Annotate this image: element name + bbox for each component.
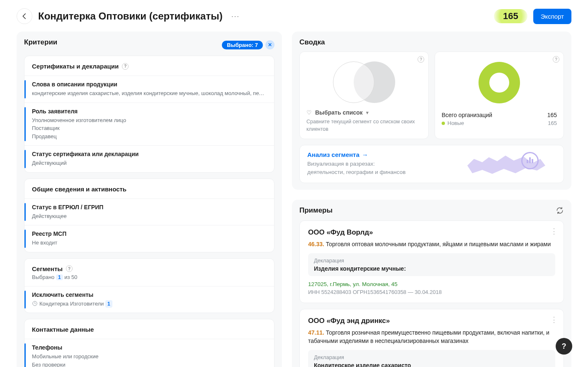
activity-text: Торговля розничная преимущественно пищев…	[308, 329, 549, 344]
help-icon[interactable]: ?	[66, 265, 73, 272]
chevron-down-icon: ▾	[366, 110, 369, 115]
criteria-value-line: Уполномоченное изготовителем лицо	[32, 116, 267, 125]
compare-description: Сравните текущий сегмент со списком свои…	[306, 118, 422, 133]
new-orgs-label: Новые	[442, 120, 464, 126]
refresh-icon	[556, 206, 564, 215]
criteria-group-contacts: Контактные данные Телефоны Мобильные или…	[24, 319, 275, 367]
card-menu-button[interactable]: ⋮	[550, 315, 558, 324]
criteria-name: Статус сертификата или декларации	[32, 151, 267, 157]
segments-sub-post: из 50	[63, 274, 78, 280]
criteria-group-segments: Сегменты ? Выбрано 1 из 50 Исключить сег…	[24, 258, 275, 313]
criteria-value-line: Поставщик	[32, 124, 267, 132]
new-label-text: Новые	[447, 120, 464, 126]
criteria-item[interactable]: Роль заявителя Уполномоченное изготовите…	[24, 103, 274, 146]
declaration-text: Кондитерское изделие сахаристо	[314, 362, 549, 367]
compare-card: ? ♡ Выбрать список ▾ Сравните текущий се…	[299, 51, 429, 139]
group-title-text: Сегменты	[32, 265, 63, 272]
criteria-value: Не входит	[32, 239, 267, 247]
group-title-text: Сертификаты и декларации	[32, 63, 119, 70]
clock-icon	[32, 301, 38, 306]
criteria-value: Действующий	[32, 159, 267, 167]
okved-code: 47.11.	[308, 329, 324, 336]
selected-count-badge: Выбрано: 7	[222, 41, 263, 49]
criteria-group-title[interactable]: Сертификаты и декларации ?	[24, 56, 274, 76]
summary-panel: Сводка ? ♡ Выбрать список ▾ Сравните тек…	[292, 32, 571, 190]
criteria-value: Уполномоченное изготовителем лицо Постав…	[32, 116, 267, 141]
declaration-box: Декларация Кондитерское изделие сахарист…	[308, 350, 555, 367]
criteria-title: Критерии	[24, 38, 57, 46]
criteria-name: Слова в описании продукции	[32, 81, 267, 88]
criteria-item[interactable]: Телефоны Мобильные или городские Без про…	[24, 339, 274, 367]
total-orgs-value: 165	[547, 112, 557, 118]
criteria-group-general: Общие сведения и активность Статус в ЕГР…	[24, 179, 275, 252]
criteria-name: Роль заявителя	[32, 108, 267, 115]
total-orgs-label: Всего организаций	[442, 112, 492, 118]
selected-chip: Выбрано: 7 ✕	[222, 40, 275, 49]
criteria-value: Мобильные или городские Без проверки	[32, 352, 267, 367]
seg-val-num: 1	[105, 300, 112, 308]
right-column: Сводка ? ♡ Выбрать список ▾ Сравните тек…	[292, 32, 571, 367]
back-button[interactable]	[17, 8, 32, 24]
criteria-value-line: Без проверки	[32, 361, 267, 367]
example-name: ООО «Фуд энд дринкс»	[308, 317, 555, 325]
segments-sub-pre: Выбрано	[32, 274, 56, 280]
export-button[interactable]: Экспорт	[533, 9, 571, 24]
example-card[interactable]: ⋮ ООО «Фуд энд дринкс» 47.11. Торговля р…	[299, 309, 564, 367]
criteria-value: кондитерские изделия сахаристые, изделия…	[32, 89, 267, 98]
choose-list-dropdown[interactable]: ♡ Выбрать список ▾	[306, 109, 422, 116]
example-card[interactable]: ⋮ ООО «Фуд Ворлд» 46.33. Торговля оптова…	[299, 220, 564, 303]
stats-card: ? Всего организаций 165 Новые 165	[435, 51, 564, 139]
venn-diagram	[329, 59, 399, 105]
okved-code: 46.33.	[308, 241, 324, 247]
criteria-group-certificates: Сертификаты и декларации ? Слова в описа…	[24, 56, 275, 173]
donut-chart	[479, 62, 520, 103]
declaration-label: Декларация	[314, 257, 549, 264]
result-count-badge: 165	[494, 9, 527, 23]
declaration-text: Изделия кондитерские мучные:	[314, 265, 549, 272]
declaration-box: Декларация Изделия кондитерские мучные:	[308, 253, 555, 276]
criteria-item[interactable]: Исключить сегменты Кондитерка Изготовите…	[24, 286, 274, 313]
heart-icon: ♡	[306, 109, 312, 116]
group-title-text: Контактные данные	[32, 326, 94, 333]
group-title-text: Общие сведения и активность	[32, 186, 126, 193]
more-menu-button[interactable]: ⋯	[228, 11, 242, 21]
criteria-name: Реестр МСП	[32, 230, 267, 237]
help-icon[interactable]: ?	[553, 56, 559, 63]
criteria-panel: Критерии Выбрано: 7 ✕ Сертификаты и декл…	[17, 32, 282, 367]
example-meta: ИНН 5524288403 ОГРН1536541760358 — 30.04…	[308, 289, 555, 295]
arrow-right-icon: →	[362, 151, 368, 158]
help-icon[interactable]: ?	[122, 63, 129, 70]
examples-title: Примеры	[299, 206, 333, 215]
criteria-item[interactable]: Слова в описании продукции кондитерские …	[24, 76, 274, 103]
summary-title: Сводка	[299, 38, 564, 46]
page-title: Кондитерка Оптовики (сертификаты)	[38, 10, 223, 22]
criteria-item[interactable]: Статус в ЕГРЮЛ / ЕГРИП Действующее	[24, 198, 274, 225]
segments-subtext: Выбрано 1 из 50	[24, 274, 274, 286]
example-address: 127025, г.Пермь, ул. Молочная, 45	[308, 281, 555, 287]
criteria-item[interactable]: Реестр МСП Не входит	[24, 225, 274, 252]
analysis-title-text: Анализ сегмента	[307, 151, 360, 158]
seg-val-text: Кондитерка Изготовители	[39, 301, 105, 307]
criteria-name: Исключить сегменты	[32, 291, 267, 298]
example-name: ООО «Фуд Ворлд»	[308, 228, 555, 237]
card-menu-button[interactable]: ⋮	[550, 227, 558, 236]
choose-list-label: Выбрать список	[315, 109, 363, 116]
example-activity: 46.33. Торговля оптовая молочными продук…	[308, 240, 555, 248]
refresh-button[interactable]	[556, 206, 564, 215]
segment-analysis-link[interactable]: Анализ сегмента → Визуализация в разреза…	[299, 145, 564, 183]
criteria-value: Действующее	[32, 212, 267, 220]
criteria-name: Телефоны	[32, 344, 267, 351]
criteria-group-title[interactable]: Контактные данные	[24, 319, 274, 339]
criteria-group-title[interactable]: Сегменты ?	[24, 259, 274, 274]
clear-selection-button[interactable]: ✕	[265, 40, 275, 49]
page-header: Кондитерка Оптовики (сертификаты) ⋯ 165 …	[0, 0, 588, 28]
activity-text: Торговля оптовая молочными продуктами, я…	[324, 241, 551, 247]
help-fab-button[interactable]: ?	[556, 338, 572, 355]
help-icon[interactable]: ?	[418, 56, 424, 63]
criteria-value-line: Продавец	[32, 132, 267, 141]
declaration-label: Декларация	[314, 354, 549, 360]
criteria-item[interactable]: Статус сертификата или декларации Действ…	[24, 145, 274, 172]
criteria-value-line: Мобильные или городские	[32, 352, 267, 361]
criteria-group-title[interactable]: Общие сведения и активность	[24, 179, 274, 198]
map-decoration	[443, 145, 564, 183]
